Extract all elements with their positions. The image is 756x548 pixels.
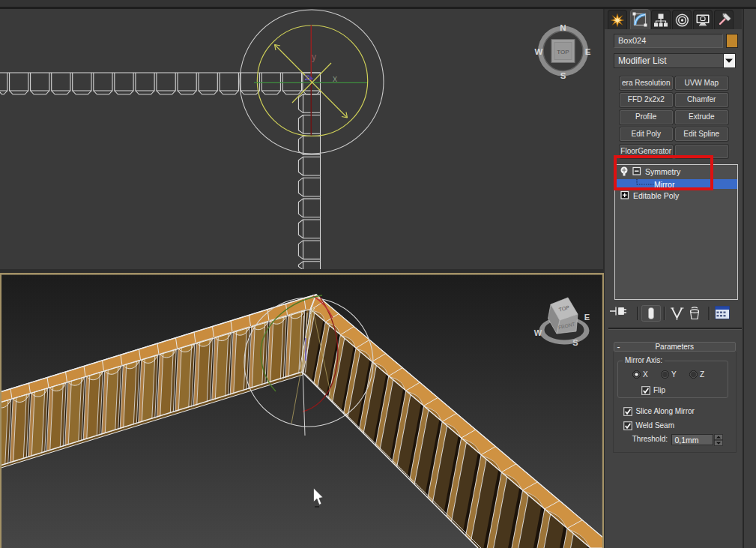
svg-text:E: E	[585, 47, 591, 56]
svg-text:TOP: TOP	[557, 49, 569, 55]
svg-text:y: y	[312, 52, 316, 62]
svg-text:E: E	[584, 313, 590, 322]
svg-text:x: x	[333, 73, 337, 84]
svg-text:S: S	[560, 71, 566, 80]
svg-text:S: S	[572, 338, 578, 347]
svg-text:W: W	[535, 47, 543, 56]
svg-text:N: N	[560, 23, 566, 32]
svg-text:W: W	[534, 328, 542, 337]
